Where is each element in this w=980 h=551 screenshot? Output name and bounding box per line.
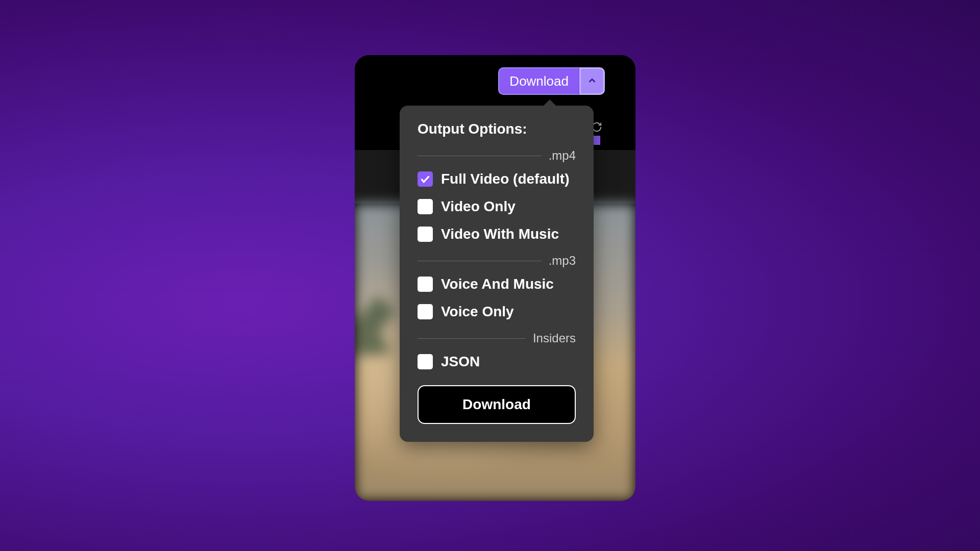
checkbox-video-only[interactable] [418, 199, 433, 214]
download-button[interactable]: Download [498, 67, 579, 95]
option-label: Voice Only [441, 304, 514, 320]
options-group-insiders: JSON [418, 354, 576, 370]
checkbox-full-video[interactable] [418, 171, 433, 187]
option-voice-only[interactable]: Voice Only [418, 304, 576, 320]
download-split-button: Download [498, 67, 605, 95]
options-group-mp3: Voice And Music Voice Only [418, 276, 576, 320]
separator-line [418, 261, 542, 261]
option-label: Video With Music [441, 226, 559, 242]
option-label: Voice And Music [441, 276, 554, 292]
thumbnail-foreground-shape [355, 295, 396, 357]
options-group-mp4: Full Video (default) Video Only Video Wi… [418, 171, 576, 242]
checkbox-voice-and-music[interactable] [418, 277, 433, 292]
separator-line [418, 338, 526, 339]
option-video-with-music[interactable]: Video With Music [418, 226, 576, 242]
option-json[interactable]: JSON [418, 354, 576, 370]
option-full-video[interactable]: Full Video (default) [418, 171, 576, 187]
section-separator-insiders: Insiders [418, 331, 576, 345]
section-label-insiders: Insiders [533, 331, 576, 345]
panel-download-button[interactable]: Download [418, 385, 576, 424]
option-label: JSON [441, 354, 480, 370]
output-options-panel: Output Options: .mp4 Full Video (default… [400, 106, 594, 442]
checkbox-voice-only[interactable] [418, 304, 433, 319]
separator-line [418, 156, 542, 156]
loading-block-icon [593, 136, 600, 145]
section-label-mp4: .mp4 [549, 148, 576, 163]
section-separator-mp3: .mp3 [418, 254, 576, 268]
option-video-only[interactable]: Video Only [418, 198, 576, 215]
option-label: Video Only [441, 198, 516, 215]
option-voice-and-music[interactable]: Voice And Music [418, 276, 576, 292]
section-separator-mp4: .mp4 [418, 148, 576, 163]
check-icon [420, 173, 431, 185]
download-options-toggle[interactable] [579, 67, 605, 95]
checkbox-json[interactable] [418, 354, 433, 369]
chevron-up-icon [586, 75, 598, 88]
panel-title: Output Options: [418, 121, 576, 137]
checkbox-video-with-music[interactable] [418, 227, 433, 242]
option-label: Full Video (default) [441, 171, 569, 187]
section-label-mp3: .mp3 [549, 254, 576, 268]
